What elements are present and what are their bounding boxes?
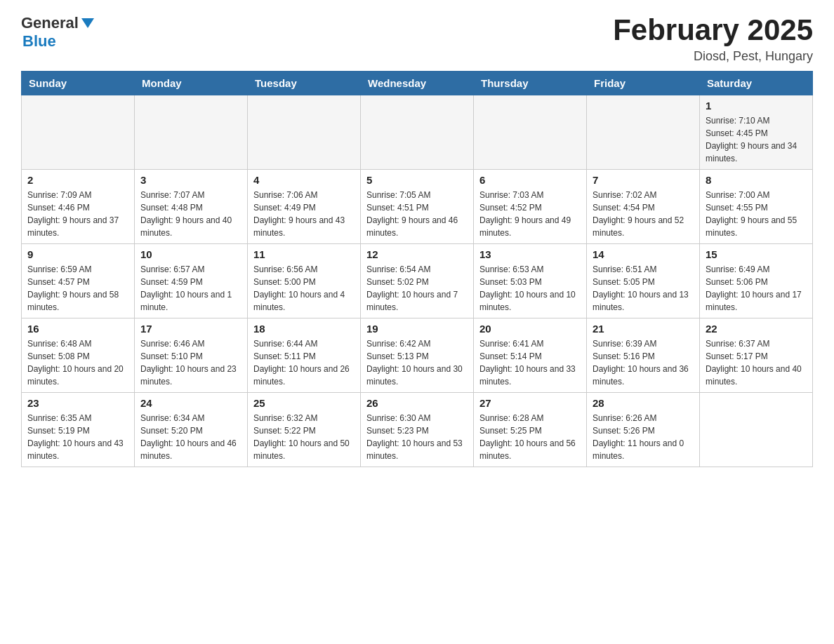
day-number: 1 [706, 100, 807, 112]
calendar-cell: 1Sunrise: 7:10 AM Sunset: 4:45 PM Daylig… [700, 95, 813, 170]
calendar-cell: 12Sunrise: 6:54 AM Sunset: 5:02 PM Dayli… [361, 244, 474, 318]
day-info: Sunrise: 6:41 AM Sunset: 5:14 PM Dayligh… [479, 337, 581, 388]
calendar-cell [135, 95, 248, 170]
calendar-cell [248, 95, 361, 170]
calendar-cell: 24Sunrise: 6:34 AM Sunset: 5:20 PM Dayli… [135, 393, 248, 467]
calendar-cell: 9Sunrise: 6:59 AM Sunset: 4:57 PM Daylig… [22, 244, 135, 318]
week-row-2: 2Sunrise: 7:09 AM Sunset: 4:46 PM Daylig… [22, 170, 813, 244]
calendar-cell [361, 95, 474, 170]
day-number: 28 [593, 397, 694, 409]
calendar-cell: 25Sunrise: 6:32 AM Sunset: 5:22 PM Dayli… [248, 393, 361, 467]
calendar-cell: 7Sunrise: 7:02 AM Sunset: 4:54 PM Daylig… [587, 170, 700, 244]
day-info: Sunrise: 6:44 AM Sunset: 5:11 PM Dayligh… [253, 337, 355, 388]
day-number: 22 [706, 323, 807, 335]
calendar-cell: 22Sunrise: 6:37 AM Sunset: 5:17 PM Dayli… [700, 318, 813, 393]
weekday-header-row: SundayMondayTuesdayWednesdayThursdayFrid… [22, 72, 813, 95]
calendar-cell: 21Sunrise: 6:39 AM Sunset: 5:16 PM Dayli… [587, 318, 700, 393]
day-info: Sunrise: 7:03 AM Sunset: 4:52 PM Dayligh… [479, 189, 581, 239]
logo-blue-text: Blue [22, 32, 56, 50]
calendar-cell: 6Sunrise: 7:03 AM Sunset: 4:52 PM Daylig… [474, 170, 587, 244]
day-info: Sunrise: 6:32 AM Sunset: 5:22 PM Dayligh… [253, 412, 355, 462]
day-info: Sunrise: 6:56 AM Sunset: 5:00 PM Dayligh… [253, 263, 355, 314]
day-number: 27 [479, 397, 581, 409]
day-number: 18 [253, 323, 355, 335]
day-number: 2 [27, 174, 128, 186]
day-info: Sunrise: 6:53 AM Sunset: 5:03 PM Dayligh… [479, 263, 581, 314]
day-info: Sunrise: 7:05 AM Sunset: 4:51 PM Dayligh… [366, 189, 468, 239]
day-info: Sunrise: 6:42 AM Sunset: 5:13 PM Dayligh… [366, 337, 468, 388]
day-number: 5 [366, 174, 468, 186]
day-number: 6 [479, 174, 581, 186]
day-info: Sunrise: 7:06 AM Sunset: 4:49 PM Dayligh… [253, 189, 355, 239]
calendar-cell: 16Sunrise: 6:48 AM Sunset: 5:08 PM Dayli… [22, 318, 135, 393]
location-text: Diosd, Pest, Hungary [613, 49, 813, 64]
calendar-table: SundayMondayTuesdayWednesdayThursdayFrid… [21, 71, 813, 467]
day-info: Sunrise: 6:26 AM Sunset: 5:26 PM Dayligh… [593, 412, 694, 462]
calendar-cell [474, 95, 587, 170]
day-number: 21 [593, 323, 694, 335]
day-number: 19 [366, 323, 468, 335]
day-number: 11 [253, 248, 355, 260]
day-number: 14 [593, 248, 694, 260]
weekday-header-tuesday: Tuesday [248, 72, 361, 95]
day-number: 26 [366, 397, 468, 409]
day-info: Sunrise: 7:00 AM Sunset: 4:55 PM Dayligh… [706, 189, 807, 239]
calendar-cell: 11Sunrise: 6:56 AM Sunset: 5:00 PM Dayli… [248, 244, 361, 318]
day-info: Sunrise: 6:54 AM Sunset: 5:02 PM Dayligh… [366, 263, 468, 314]
week-row-5: 23Sunrise: 6:35 AM Sunset: 5:19 PM Dayli… [22, 393, 813, 467]
day-info: Sunrise: 6:37 AM Sunset: 5:17 PM Dayligh… [706, 337, 807, 388]
day-number: 25 [253, 397, 355, 409]
page-header: General Blue February 2025 Diosd, Pest, … [21, 14, 813, 64]
day-number: 7 [593, 174, 694, 186]
calendar-cell: 4Sunrise: 7:06 AM Sunset: 4:49 PM Daylig… [248, 170, 361, 244]
calendar-cell: 17Sunrise: 6:46 AM Sunset: 5:10 PM Dayli… [135, 318, 248, 393]
day-info: Sunrise: 7:07 AM Sunset: 4:48 PM Dayligh… [140, 189, 241, 239]
day-number: 23 [27, 397, 128, 409]
title-block: February 2025 Diosd, Pest, Hungary [613, 14, 813, 64]
weekday-header-wednesday: Wednesday [361, 72, 474, 95]
day-number: 16 [27, 323, 128, 335]
month-title: February 2025 [613, 14, 813, 46]
calendar-cell: 3Sunrise: 7:07 AM Sunset: 4:48 PM Daylig… [135, 170, 248, 244]
calendar-cell: 5Sunrise: 7:05 AM Sunset: 4:51 PM Daylig… [361, 170, 474, 244]
day-number: 13 [479, 248, 581, 260]
day-info: Sunrise: 6:59 AM Sunset: 4:57 PM Dayligh… [27, 263, 128, 314]
day-info: Sunrise: 6:39 AM Sunset: 5:16 PM Dayligh… [593, 337, 694, 388]
calendar-cell: 23Sunrise: 6:35 AM Sunset: 5:19 PM Dayli… [22, 393, 135, 467]
day-info: Sunrise: 6:28 AM Sunset: 5:25 PM Dayligh… [479, 412, 581, 462]
day-info: Sunrise: 6:34 AM Sunset: 5:20 PM Dayligh… [140, 412, 241, 462]
day-number: 15 [706, 248, 807, 260]
day-info: Sunrise: 6:35 AM Sunset: 5:19 PM Dayligh… [27, 412, 128, 462]
week-row-4: 16Sunrise: 6:48 AM Sunset: 5:08 PM Dayli… [22, 318, 813, 393]
weekday-header-saturday: Saturday [700, 72, 813, 95]
logo-arrow-icon [81, 18, 94, 28]
day-number: 12 [366, 248, 468, 260]
weekday-header-monday: Monday [135, 72, 248, 95]
calendar-cell: 18Sunrise: 6:44 AM Sunset: 5:11 PM Dayli… [248, 318, 361, 393]
day-info: Sunrise: 7:10 AM Sunset: 4:45 PM Dayligh… [706, 114, 807, 165]
calendar-cell: 8Sunrise: 7:00 AM Sunset: 4:55 PM Daylig… [700, 170, 813, 244]
calendar-cell: 2Sunrise: 7:09 AM Sunset: 4:46 PM Daylig… [22, 170, 135, 244]
calendar-cell: 19Sunrise: 6:42 AM Sunset: 5:13 PM Dayli… [361, 318, 474, 393]
day-number: 20 [479, 323, 581, 335]
day-number: 17 [140, 323, 241, 335]
calendar-cell [700, 393, 813, 467]
weekday-header-thursday: Thursday [474, 72, 587, 95]
svg-marker-0 [81, 18, 94, 28]
calendar-cell: 10Sunrise: 6:57 AM Sunset: 4:59 PM Dayli… [135, 244, 248, 318]
calendar-cell: 15Sunrise: 6:49 AM Sunset: 5:06 PM Dayli… [700, 244, 813, 318]
weekday-header-sunday: Sunday [22, 72, 135, 95]
weekday-header-friday: Friday [587, 72, 700, 95]
calendar-cell: 26Sunrise: 6:30 AM Sunset: 5:23 PM Dayli… [361, 393, 474, 467]
calendar-cell: 14Sunrise: 6:51 AM Sunset: 5:05 PM Dayli… [587, 244, 700, 318]
day-info: Sunrise: 7:02 AM Sunset: 4:54 PM Dayligh… [593, 189, 694, 239]
logo-general-text: General [21, 14, 79, 32]
day-info: Sunrise: 6:51 AM Sunset: 5:05 PM Dayligh… [593, 263, 694, 314]
day-info: Sunrise: 6:49 AM Sunset: 5:06 PM Dayligh… [706, 263, 807, 314]
calendar-cell: 27Sunrise: 6:28 AM Sunset: 5:25 PM Dayli… [474, 393, 587, 467]
week-row-3: 9Sunrise: 6:59 AM Sunset: 4:57 PM Daylig… [22, 244, 813, 318]
logo: General Blue [21, 14, 94, 51]
day-info: Sunrise: 6:48 AM Sunset: 5:08 PM Dayligh… [27, 337, 128, 388]
day-info: Sunrise: 6:30 AM Sunset: 5:23 PM Dayligh… [366, 412, 468, 462]
calendar-cell [587, 95, 700, 170]
